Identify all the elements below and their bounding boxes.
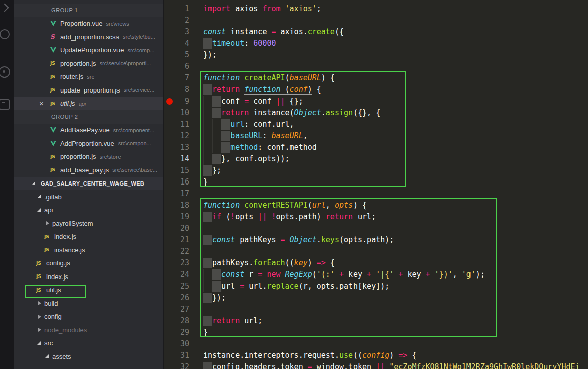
line-number[interactable]: 24: [174, 269, 189, 281]
code-line[interactable]: 6: [163, 61, 588, 72]
editor-pane[interactable]: 1import axios from 'axios';23const insta…: [163, 0, 588, 369]
breakpoint-gutter[interactable]: [163, 338, 174, 350]
tree-item[interactable]: JSutil.js: [14, 284, 163, 297]
code-line[interactable]: 8return function (conf) {: [163, 84, 588, 96]
chevron-collapsed-icon[interactable]: [36, 314, 44, 320]
code-line[interactable]: 13method: conf.method: [163, 142, 588, 153]
line-number[interactable]: 11: [174, 119, 189, 130]
line-number[interactable]: 1: [174, 3, 189, 15]
line-number[interactable]: 18: [174, 200, 189, 211]
code-line[interactable]: 17: [163, 188, 588, 200]
tree-item[interactable]: node_modules: [14, 323, 163, 337]
breakpoint-gutter[interactable]: [163, 223, 174, 234]
line-number[interactable]: 7: [174, 72, 189, 84]
tree-item[interactable]: api: [14, 204, 163, 217]
tree-item[interactable]: .gitlab: [14, 190, 163, 204]
breakpoint-gutter[interactable]: [163, 327, 174, 338]
open-editor-item[interactable]: JSadd_base_pay.jssrc\service\base...: [14, 163, 163, 177]
line-number[interactable]: 26: [174, 292, 189, 304]
breakpoint-gutter[interactable]: [163, 211, 174, 223]
breakpoint-gutter[interactable]: [163, 130, 174, 142]
chevron-expanded-icon[interactable]: [36, 340, 44, 346]
code-line[interactable]: 27: [163, 304, 588, 315]
open-editor-item[interactable]: JSproportion.jssrc\store: [14, 150, 163, 164]
code-line[interactable]: 26});: [163, 292, 588, 304]
breakpoint-gutter[interactable]: [163, 165, 174, 176]
open-editor-item[interactable]: JSrouter.jssrc: [14, 70, 163, 84]
code-line[interactable]: 3const instance = axios.create({: [163, 26, 588, 38]
line-number[interactable]: 32: [174, 361, 189, 369]
chevron-collapsed-icon[interactable]: [36, 300, 44, 306]
breakpoint-gutter[interactable]: [163, 26, 174, 38]
code-line[interactable]: 21const pathKeys = Object.keys(opts.path…: [163, 234, 588, 246]
editor-group-header[interactable]: GROUP 1: [14, 4, 163, 17]
tree-item[interactable]: config: [14, 310, 163, 324]
tree-item[interactable]: JSindex.js: [14, 270, 163, 284]
line-number[interactable]: 10: [174, 107, 189, 119]
breakpoint-gutter[interactable]: [163, 15, 174, 26]
breakpoint-gutter[interactable]: [163, 119, 174, 130]
breakpoint-gutter[interactable]: [163, 3, 174, 15]
breakpoint-gutter[interactable]: [163, 246, 174, 257]
code-line[interactable]: 29}: [163, 327, 588, 338]
line-number[interactable]: 4: [174, 38, 189, 49]
breakpoint-gutter[interactable]: [163, 188, 174, 200]
line-number[interactable]: 13: [174, 142, 189, 153]
code-line[interactable]: 23pathKeys.forEach((key) => {: [163, 257, 588, 269]
line-number[interactable]: 2: [174, 15, 189, 26]
breakpoint-gutter[interactable]: [163, 49, 174, 61]
open-editor-item[interactable]: JSupdate_proportion.jssrc\service...: [14, 83, 163, 97]
chevron-expanded-icon[interactable]: [44, 353, 52, 359]
breakpoint-gutter[interactable]: [163, 361, 174, 369]
ring-icon[interactable]: [0, 29, 10, 39]
line-number[interactable]: 22: [174, 246, 189, 257]
tree-item[interactable]: src: [14, 337, 163, 350]
line-number[interactable]: 28: [174, 315, 189, 327]
breakpoint-gutter[interactable]: [163, 38, 174, 49]
code-line[interactable]: 18function convertRESTAPI(url, opts) {: [163, 200, 588, 211]
tree-item[interactable]: JSindex.js: [14, 230, 163, 244]
line-number[interactable]: 30: [174, 338, 189, 350]
chevron-expanded-icon[interactable]: [36, 207, 44, 213]
breakpoint-gutter[interactable]: [163, 292, 174, 304]
close-editor-button[interactable]: ×: [39, 100, 50, 107]
breakpoint-gutter[interactable]: [163, 281, 174, 292]
breakpoint-gutter[interactable]: [163, 304, 174, 315]
breakpoint-gutter[interactable]: [163, 61, 174, 72]
chevron-collapsed-icon[interactable]: [36, 327, 44, 333]
line-number[interactable]: 8: [174, 84, 189, 96]
code-line[interactable]: 24const r = new RegExp('(:' + key + '|{'…: [163, 269, 588, 281]
tree-item[interactable]: payrollSystem: [14, 217, 163, 230]
code-line[interactable]: 22: [163, 246, 588, 257]
code-line[interactable]: 32config.headers.token = window.token ||…: [163, 361, 588, 369]
line-number[interactable]: 12: [174, 130, 189, 142]
breakpoint-gutter[interactable]: [163, 200, 174, 211]
breakpoint-gutter[interactable]: [163, 257, 174, 269]
code-line[interactable]: 31instance.interceptors.request.use((con…: [163, 350, 588, 361]
line-number[interactable]: 9: [174, 96, 189, 107]
open-editor-item[interactable]: ×JSutil.jsapi: [14, 97, 163, 111]
open-editor-item[interactable]: AddProportion.vuesrc\compon...: [14, 137, 163, 150]
code-line[interactable]: 28return url;: [163, 315, 588, 327]
code-line[interactable]: 25url = url.replace(r, opts.path[key]);: [163, 281, 588, 292]
line-number[interactable]: 23: [174, 257, 189, 269]
open-editor-item[interactable]: JSproportion.jssrc\service\proporti...: [14, 57, 163, 70]
tree-item[interactable]: JSconfig.js: [14, 257, 163, 270]
open-editor-item[interactable]: UpdateProportion.vuesrc\comp...: [14, 44, 163, 57]
tree-item[interactable]: JSinstance.js: [14, 243, 163, 257]
line-number[interactable]: 16: [174, 176, 189, 188]
code-line[interactable]: 16}: [163, 176, 588, 188]
line-number[interactable]: 21: [174, 234, 189, 246]
code-line[interactable]: 15};: [163, 165, 588, 176]
breakpoint-dot[interactable]: [166, 98, 173, 105]
line-number[interactable]: 19: [174, 211, 189, 223]
code-line[interactable]: 9conf = conf || {};: [163, 96, 588, 107]
code-line[interactable]: 1import axios from 'axios';: [163, 3, 588, 15]
line-number[interactable]: 6: [174, 61, 189, 72]
code-line[interactable]: 14}, conf.opts));: [163, 153, 588, 165]
code-line[interactable]: 4timeout: 60000: [163, 38, 588, 49]
line-number[interactable]: 3: [174, 26, 189, 38]
breakpoint-gutter[interactable]: [163, 176, 174, 188]
line-number[interactable]: 29: [174, 327, 189, 338]
breakpoint-gutter[interactable]: [163, 142, 174, 153]
